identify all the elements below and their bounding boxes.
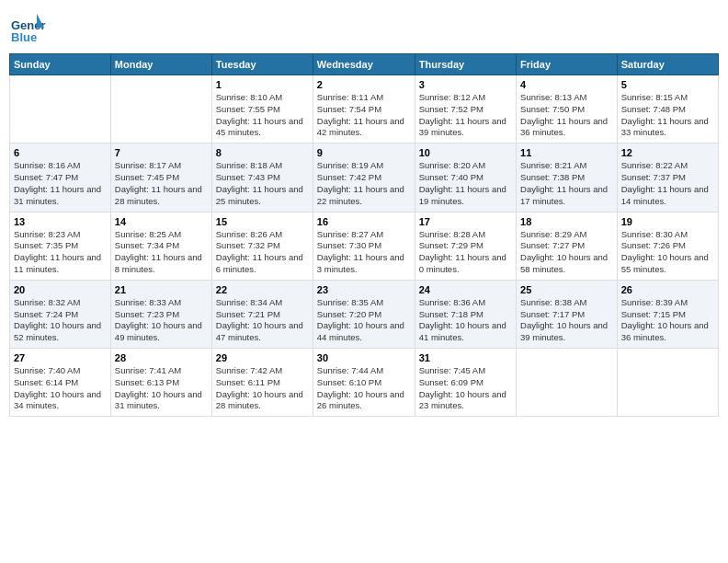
day-number: 4	[520, 79, 613, 90]
day-info: Sunrise: 8:25 AM Sunset: 7:34 PM Dayligh…	[115, 229, 208, 276]
weekday-header-thursday: Thursday	[415, 54, 516, 75]
calendar-cell: 22Sunrise: 8:34 AM Sunset: 7:21 PM Dayli…	[211, 280, 313, 348]
day-info: Sunrise: 8:19 AM Sunset: 7:42 PM Dayligh…	[317, 160, 411, 207]
day-number: 19	[621, 216, 714, 227]
calendar-cell: 12Sunrise: 8:22 AM Sunset: 7:37 PM Dayli…	[617, 144, 718, 212]
day-number: 22	[216, 284, 309, 295]
calendar-cell	[110, 75, 211, 144]
day-number: 13	[14, 216, 107, 227]
calendar-body: 1Sunrise: 8:10 AM Sunset: 7:55 PM Daylig…	[10, 75, 719, 417]
calendar-cell: 17Sunrise: 8:28 AM Sunset: 7:29 PM Dayli…	[415, 212, 516, 280]
calendar-cell: 1Sunrise: 8:10 AM Sunset: 7:55 PM Daylig…	[211, 75, 313, 144]
calendar-cell	[617, 349, 718, 417]
day-info: Sunrise: 8:26 AM Sunset: 7:32 PM Dayligh…	[216, 229, 309, 276]
day-number: 29	[216, 352, 309, 363]
day-number: 26	[621, 284, 714, 295]
calendar-cell: 21Sunrise: 8:33 AM Sunset: 7:23 PM Dayli…	[110, 280, 211, 348]
calendar-cell: 31Sunrise: 7:45 AM Sunset: 6:09 PM Dayli…	[415, 349, 516, 417]
day-info: Sunrise: 8:36 AM Sunset: 7:18 PM Dayligh…	[419, 297, 512, 344]
logo-icon: General Blue	[9, 9, 46, 46]
calendar-cell: 14Sunrise: 8:25 AM Sunset: 7:34 PM Dayli…	[110, 212, 211, 280]
week-row-5: 27Sunrise: 7:40 AM Sunset: 6:14 PM Dayli…	[10, 349, 719, 417]
week-row-2: 6Sunrise: 8:16 AM Sunset: 7:47 PM Daylig…	[10, 144, 719, 212]
day-number: 21	[115, 284, 208, 295]
weekday-header-sunday: Sunday	[10, 54, 111, 75]
day-number: 18	[520, 216, 613, 227]
day-info: Sunrise: 8:17 AM Sunset: 7:45 PM Dayligh…	[115, 160, 208, 207]
calendar-cell: 29Sunrise: 7:42 AM Sunset: 6:11 PM Dayli…	[211, 349, 313, 417]
calendar-cell: 6Sunrise: 8:16 AM Sunset: 7:47 PM Daylig…	[10, 144, 111, 212]
calendar-cell: 18Sunrise: 8:29 AM Sunset: 7:27 PM Dayli…	[517, 212, 618, 280]
calendar-cell: 15Sunrise: 8:26 AM Sunset: 7:32 PM Dayli…	[211, 212, 313, 280]
calendar-cell: 11Sunrise: 8:21 AM Sunset: 7:38 PM Dayli…	[517, 144, 618, 212]
day-info: Sunrise: 8:20 AM Sunset: 7:40 PM Dayligh…	[419, 160, 512, 207]
calendar-cell: 20Sunrise: 8:32 AM Sunset: 7:24 PM Dayli…	[10, 280, 111, 348]
day-number: 10	[419, 147, 512, 158]
day-info: Sunrise: 8:39 AM Sunset: 7:15 PM Dayligh…	[621, 297, 714, 344]
calendar-cell: 28Sunrise: 7:41 AM Sunset: 6:13 PM Dayli…	[110, 349, 211, 417]
day-info: Sunrise: 8:16 AM Sunset: 7:47 PM Dayligh…	[14, 160, 107, 207]
day-info: Sunrise: 8:21 AM Sunset: 7:38 PM Dayligh…	[520, 160, 613, 207]
day-number: 3	[419, 79, 512, 90]
day-number: 20	[14, 284, 107, 295]
day-number: 7	[115, 147, 208, 158]
day-number: 23	[317, 284, 411, 295]
weekday-header-saturday: Saturday	[617, 54, 718, 75]
logo: General Blue	[9, 9, 50, 46]
day-number: 25	[520, 284, 613, 295]
calendar-cell	[10, 75, 111, 144]
day-info: Sunrise: 8:18 AM Sunset: 7:43 PM Dayligh…	[216, 160, 309, 207]
day-info: Sunrise: 8:34 AM Sunset: 7:21 PM Dayligh…	[216, 297, 309, 344]
calendar-cell: 26Sunrise: 8:39 AM Sunset: 7:15 PM Dayli…	[617, 280, 718, 348]
day-info: Sunrise: 8:15 AM Sunset: 7:48 PM Dayligh…	[621, 92, 714, 139]
day-number: 16	[317, 216, 411, 227]
day-number: 1	[216, 79, 309, 90]
calendar-header: SundayMondayTuesdayWednesdayThursdayFrid…	[10, 54, 719, 75]
day-number: 24	[419, 284, 512, 295]
day-number: 2	[317, 79, 411, 90]
weekday-header-row: SundayMondayTuesdayWednesdayThursdayFrid…	[10, 54, 719, 75]
header: General Blue	[9, 9, 719, 46]
day-info: Sunrise: 8:35 AM Sunset: 7:20 PM Dayligh…	[317, 297, 411, 344]
calendar-cell: 2Sunrise: 8:11 AM Sunset: 7:54 PM Daylig…	[313, 75, 415, 144]
day-info: Sunrise: 8:38 AM Sunset: 7:17 PM Dayligh…	[520, 297, 613, 344]
day-number: 30	[317, 352, 411, 363]
day-number: 15	[216, 216, 309, 227]
calendar-cell: 30Sunrise: 7:44 AM Sunset: 6:10 PM Dayli…	[313, 349, 415, 417]
day-number: 17	[419, 216, 512, 227]
day-info: Sunrise: 8:13 AM Sunset: 7:50 PM Dayligh…	[520, 92, 613, 139]
day-info: Sunrise: 8:29 AM Sunset: 7:27 PM Dayligh…	[520, 229, 613, 276]
day-number: 14	[115, 216, 208, 227]
calendar-cell: 3Sunrise: 8:12 AM Sunset: 7:52 PM Daylig…	[415, 75, 516, 144]
weekday-header-monday: Monday	[110, 54, 211, 75]
day-info: Sunrise: 8:10 AM Sunset: 7:55 PM Dayligh…	[216, 92, 309, 139]
day-info: Sunrise: 7:42 AM Sunset: 6:11 PM Dayligh…	[216, 365, 309, 412]
day-number: 11	[520, 147, 613, 158]
day-info: Sunrise: 8:32 AM Sunset: 7:24 PM Dayligh…	[14, 297, 107, 344]
day-info: Sunrise: 8:23 AM Sunset: 7:35 PM Dayligh…	[14, 229, 107, 276]
day-number: 27	[14, 352, 107, 363]
day-number: 12	[621, 147, 714, 158]
calendar-cell	[517, 349, 618, 417]
calendar-cell: 23Sunrise: 8:35 AM Sunset: 7:20 PM Dayli…	[313, 280, 415, 348]
day-info: Sunrise: 8:30 AM Sunset: 7:26 PM Dayligh…	[621, 229, 714, 276]
weekday-header-tuesday: Tuesday	[211, 54, 313, 75]
calendar-cell: 7Sunrise: 8:17 AM Sunset: 7:45 PM Daylig…	[110, 144, 211, 212]
week-row-1: 1Sunrise: 8:10 AM Sunset: 7:55 PM Daylig…	[10, 75, 719, 144]
week-row-3: 13Sunrise: 8:23 AM Sunset: 7:35 PM Dayli…	[10, 212, 719, 280]
day-info: Sunrise: 7:41 AM Sunset: 6:13 PM Dayligh…	[115, 365, 208, 412]
calendar-cell: 9Sunrise: 8:19 AM Sunset: 7:42 PM Daylig…	[313, 144, 415, 212]
day-number: 8	[216, 147, 309, 158]
calendar-cell: 16Sunrise: 8:27 AM Sunset: 7:30 PM Dayli…	[313, 212, 415, 280]
day-number: 9	[317, 147, 411, 158]
calendar-cell: 19Sunrise: 8:30 AM Sunset: 7:26 PM Dayli…	[617, 212, 718, 280]
calendar-cell: 10Sunrise: 8:20 AM Sunset: 7:40 PM Dayli…	[415, 144, 516, 212]
day-info: Sunrise: 8:22 AM Sunset: 7:37 PM Dayligh…	[621, 160, 714, 207]
calendar-cell: 13Sunrise: 8:23 AM Sunset: 7:35 PM Dayli…	[10, 212, 111, 280]
day-number: 28	[115, 352, 208, 363]
day-info: Sunrise: 8:28 AM Sunset: 7:29 PM Dayligh…	[419, 229, 512, 276]
day-info: Sunrise: 7:44 AM Sunset: 6:10 PM Dayligh…	[317, 365, 411, 412]
day-info: Sunrise: 7:45 AM Sunset: 6:09 PM Dayligh…	[419, 365, 512, 412]
calendar-cell: 27Sunrise: 7:40 AM Sunset: 6:14 PM Dayli…	[10, 349, 111, 417]
weekday-header-wednesday: Wednesday	[313, 54, 415, 75]
